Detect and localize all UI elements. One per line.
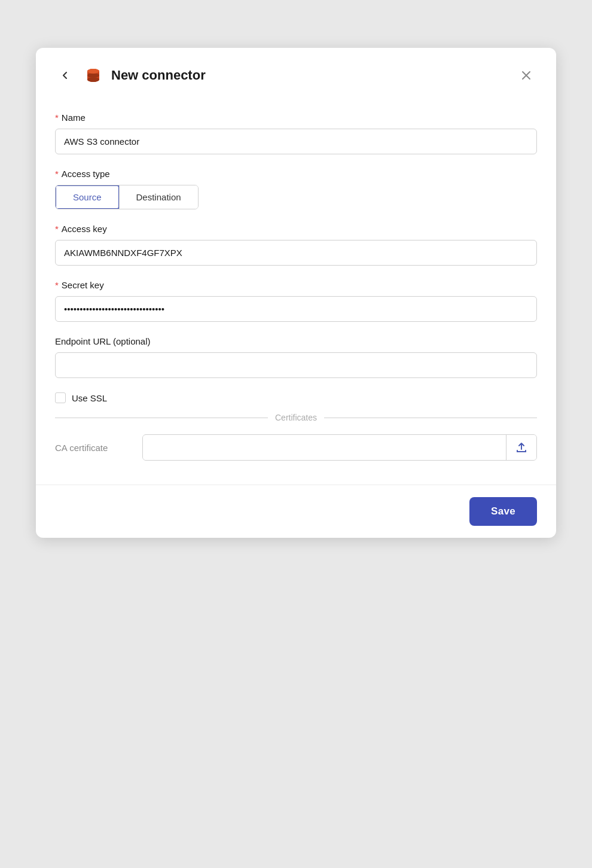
- name-group: * Name: [55, 112, 537, 154]
- name-label: * Name: [55, 112, 537, 123]
- secret-key-input[interactable]: [55, 296, 537, 322]
- secret-key-label: * Secret key: [55, 280, 537, 290]
- access-key-required-star: *: [55, 224, 59, 234]
- modal-dialog: New connector * Name * Acces: [36, 48, 556, 538]
- divider-line-right: [324, 418, 537, 418]
- access-type-label-text: Access type: [62, 169, 110, 179]
- access-type-toggle: Source Destination: [55, 185, 199, 209]
- access-key-label: * Access key: [55, 224, 537, 234]
- access-key-input[interactable]: [55, 240, 537, 266]
- destination-toggle-button[interactable]: Destination: [119, 185, 198, 209]
- ca-cert-input[interactable]: [143, 435, 506, 460]
- secret-key-label-text: Secret key: [62, 280, 104, 290]
- upload-icon: [515, 441, 528, 454]
- divider-line-left: [55, 418, 268, 418]
- ca-cert-label: CA certificate: [55, 443, 133, 453]
- secret-key-required-star: *: [55, 280, 59, 290]
- endpoint-url-input[interactable]: [55, 352, 537, 378]
- ca-cert-input-wrapper: [142, 434, 537, 461]
- name-required-star: *: [55, 112, 59, 123]
- close-button[interactable]: [515, 67, 537, 84]
- modal-title: New connector: [111, 68, 515, 83]
- access-type-group: * Access type Source Destination: [55, 169, 537, 209]
- access-key-group: * Access key: [55, 224, 537, 266]
- endpoint-url-label: Endpoint URL (optional): [55, 336, 537, 346]
- name-input[interactable]: [55, 129, 537, 154]
- access-key-label-text: Access key: [62, 224, 107, 234]
- back-button[interactable]: [55, 68, 75, 83]
- use-ssl-label[interactable]: Use SSL: [72, 393, 107, 403]
- modal-header: New connector: [36, 48, 556, 98]
- svg-point-4: [87, 73, 99, 78]
- svg-point-5: [87, 69, 99, 74]
- endpoint-url-group: Endpoint URL (optional): [55, 336, 537, 378]
- use-ssl-group: Use SSL: [55, 392, 537, 403]
- access-type-label: * Access type: [55, 169, 537, 179]
- access-type-required-star: *: [55, 169, 59, 179]
- modal-body: * Name * Access type Source Destination: [36, 98, 556, 485]
- svg-point-2: [87, 77, 99, 82]
- certificates-divider: Certificates: [55, 413, 537, 422]
- connector-icon: [83, 65, 104, 86]
- upload-button[interactable]: [506, 435, 536, 460]
- source-toggle-button[interactable]: Source: [55, 185, 120, 209]
- name-label-text: Name: [62, 112, 86, 123]
- certificates-label: Certificates: [275, 413, 317, 422]
- endpoint-url-label-text: Endpoint URL (optional): [55, 336, 151, 346]
- ca-cert-group: CA certificate: [55, 434, 537, 461]
- save-button[interactable]: Save: [469, 497, 537, 526]
- secret-key-group: * Secret key: [55, 280, 537, 322]
- modal-footer: Save: [36, 485, 556, 538]
- use-ssl-checkbox[interactable]: [55, 392, 66, 403]
- modal-overlay: New connector * Name * Acces: [0, 24, 592, 868]
